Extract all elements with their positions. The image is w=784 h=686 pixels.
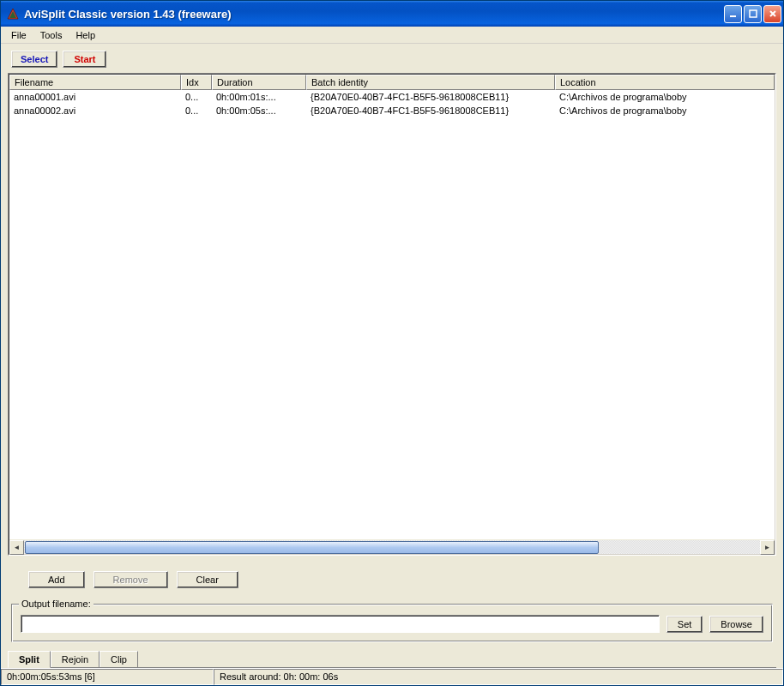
table-row[interactable]: anna00001.avi0...0h:00m:01s:...{B20A70E0…	[9, 90, 775, 104]
close-button[interactable]	[763, 5, 781, 23]
top-button-row: Select Start	[8, 51, 776, 68]
maximize-button[interactable]	[744, 5, 762, 23]
client-area: Select Start Filename Idx Duration Batch…	[1, 44, 783, 668]
column-location[interactable]: Location	[555, 75, 775, 90]
column-duration[interactable]: Duration	[212, 75, 306, 90]
status-time: 0h:00m:05s:53ms [6]	[1, 669, 214, 685]
tab-split[interactable]: Split	[8, 651, 51, 668]
statusbar: 0h:00m:05s:53ms [6] Result around: 0h: 0…	[1, 668, 783, 685]
menu-tools[interactable]: Tools	[33, 28, 69, 42]
output-legend: Output filename:	[19, 599, 93, 609]
scroll-left-button[interactable]: ◄	[9, 540, 24, 555]
column-idx[interactable]: Idx	[181, 75, 212, 90]
cell-location: C:\Archivos de programa\boby	[555, 92, 775, 102]
table-row[interactable]: anna00002.avi0...0h:00m:05s:...{B20A70E0…	[9, 104, 775, 117]
mode-tabs: Split Rejoin Clip	[8, 649, 776, 668]
tab-rejoin[interactable]: Rejoin	[51, 651, 100, 667]
column-batch[interactable]: Batch identity	[306, 75, 555, 90]
output-filename-group: Output filename: Set Browse	[11, 604, 773, 642]
browse-button[interactable]: Browse	[709, 616, 763, 633]
list-button-row: Add Remove Clear	[8, 556, 776, 604]
cell-idx: 0...	[181, 92, 212, 102]
scroll-right-button[interactable]: ►	[760, 540, 775, 555]
scroll-thumb[interactable]	[25, 541, 599, 554]
remove-button: Remove	[93, 571, 168, 588]
cell-location: C:\Archivos de programa\boby	[555, 105, 775, 116]
menu-help[interactable]: Help	[69, 28, 102, 42]
window-controls	[724, 5, 781, 23]
svg-rect-3	[750, 10, 757, 17]
column-filename[interactable]: Filename	[9, 75, 181, 90]
file-list: Filename Idx Duration Batch identity Loc…	[8, 73, 776, 556]
titlebar: AviSplit Classic version 1.43 (freeware)	[1, 1, 783, 27]
start-button[interactable]: Start	[63, 51, 106, 68]
add-button[interactable]: Add	[28, 571, 85, 588]
list-body[interactable]: anna00001.avi0...0h:00m:01s:...{B20A70E0…	[9, 90, 775, 539]
scroll-track[interactable]	[24, 540, 760, 554]
cell-duration: 0h:00m:05s:...	[212, 105, 306, 116]
cell-filename: anna00001.avi	[9, 92, 181, 102]
cell-idx: 0...	[181, 105, 212, 116]
app-icon	[6, 7, 20, 21]
column-headers: Filename Idx Duration Batch identity Loc…	[9, 75, 775, 90]
main-window: AviSplit Classic version 1.43 (freeware)…	[0, 0, 784, 686]
cell-duration: 0h:00m:01s:...	[212, 92, 306, 102]
menu-file[interactable]: File	[4, 28, 33, 42]
cell-batch: {B20A70E0-40B7-4FC1-B5F5-9618008CEB11}	[306, 92, 555, 102]
set-button[interactable]: Set	[666, 616, 703, 633]
horizontal-scrollbar: ◄ ►	[9, 539, 775, 554]
clear-button[interactable]: Clear	[177, 571, 238, 588]
cell-filename: anna00002.avi	[9, 105, 181, 116]
select-button[interactable]: Select	[11, 51, 57, 68]
output-filename-input[interactable]	[21, 615, 660, 633]
minimize-button[interactable]	[724, 5, 742, 23]
svg-rect-2	[730, 15, 736, 17]
cell-batch: {B20A70E0-40B7-4FC1-B5F5-9618008CEB11}	[306, 105, 555, 116]
tab-clip[interactable]: Clip	[100, 651, 138, 667]
window-title: AviSplit Classic version 1.43 (freeware)	[24, 8, 724, 21]
menubar: File Tools Help	[1, 27, 783, 44]
status-result: Result around: 0h: 00m: 06s	[214, 669, 783, 685]
